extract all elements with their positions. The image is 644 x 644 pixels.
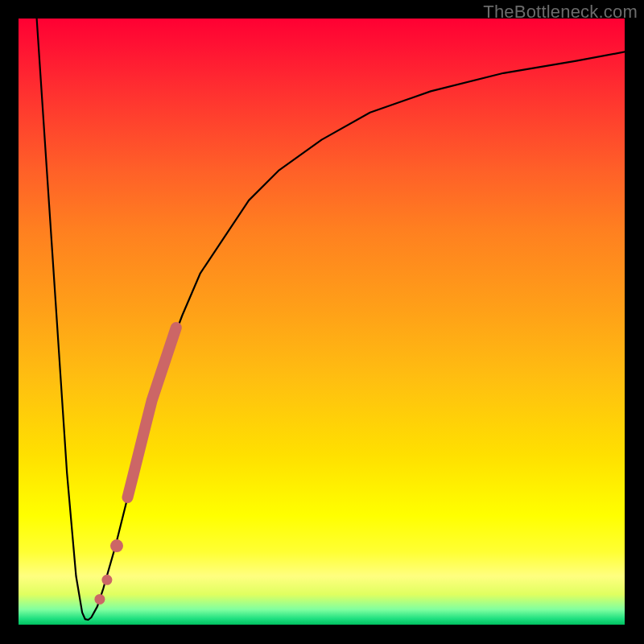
- chart-frame: TheBottleneck.com: [0, 0, 644, 644]
- heatmap-gradient: [19, 19, 625, 625]
- watermark-text: TheBottleneck.com: [483, 2, 638, 23]
- plot-area: [19, 19, 625, 625]
